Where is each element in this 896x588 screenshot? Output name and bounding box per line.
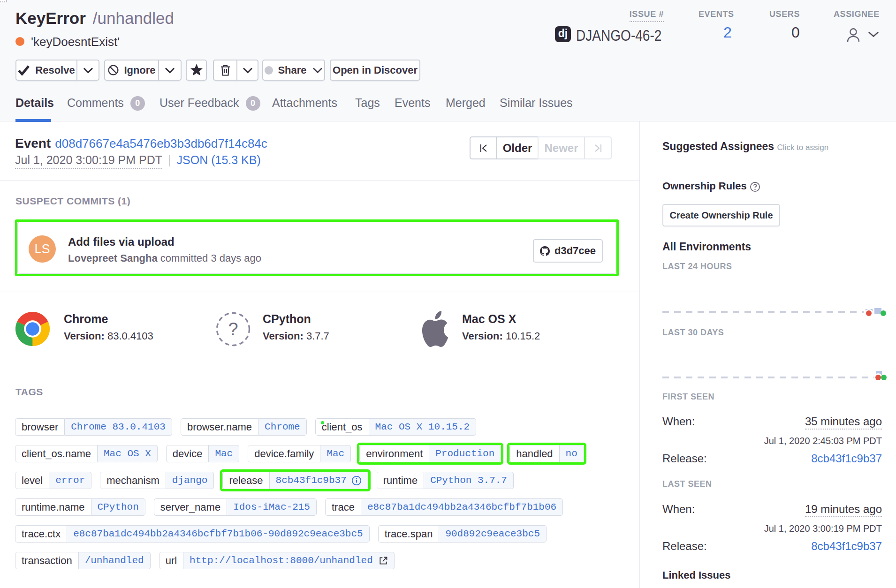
- svg-text:?: ?: [228, 319, 238, 339]
